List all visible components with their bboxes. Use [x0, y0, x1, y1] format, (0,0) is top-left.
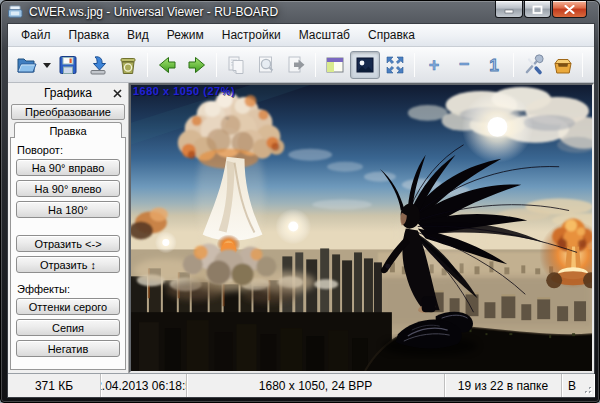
arrow-left-icon — [156, 54, 178, 76]
toolbar-separator — [216, 53, 217, 77]
image-viewer[interactable]: 1680 x 1050 (27%) — [129, 83, 594, 373]
toolbar-separator — [513, 53, 514, 77]
rotate-90-right-button[interactable]: На 90° вправо — [16, 159, 120, 176]
toolbar-separator — [414, 53, 415, 77]
image-view-button[interactable] — [350, 51, 380, 79]
status-file-date: 22.04.2013 06:18:53 — [101, 374, 187, 397]
tools-button[interactable] — [518, 51, 548, 79]
preview-button[interactable] — [251, 51, 281, 79]
app-icon — [8, 5, 23, 19]
effects-label: Эффекты: — [17, 283, 120, 295]
toggle-sidebar-button[interactable] — [320, 51, 350, 79]
doc-arrow-icon — [285, 54, 307, 76]
content-area: Графика Преобразование Правка Поворот: Н… — [8, 83, 594, 373]
status-file-size: 371 КБ — [8, 374, 101, 397]
plus-icon: + — [423, 54, 445, 76]
open-button[interactable] — [11, 51, 41, 79]
open-dropdown-button[interactable] — [41, 51, 53, 79]
menu-file[interactable]: Файл — [12, 25, 60, 45]
maximize-icon — [532, 5, 543, 14]
status-extra-text: В — [568, 379, 576, 393]
copy-icon — [225, 54, 247, 76]
zoom-out-button[interactable]: − — [449, 51, 479, 79]
open-folder-icon — [15, 54, 37, 76]
status-folder-position: 19 из 22 в папке — [445, 374, 562, 397]
move-button[interactable] — [281, 51, 311, 79]
window-controls — [495, 1, 587, 18]
panel-header: Графика — [10, 84, 126, 102]
status-extra: В — [562, 374, 594, 397]
rotate-label: Поворот: — [17, 144, 120, 156]
forward-button[interactable] — [182, 51, 212, 79]
arrow-right-icon — [186, 54, 208, 76]
copy-button[interactable] — [221, 51, 251, 79]
fullscreen-button[interactable] — [380, 51, 410, 79]
menu-edit[interactable]: Правка — [60, 25, 119, 45]
menu-bar: Файл Правка Вид Режим Настройки Масштаб … — [8, 24, 594, 47]
image-icon — [354, 54, 376, 76]
delete-button[interactable] — [113, 51, 143, 79]
menu-view[interactable]: Вид — [118, 25, 158, 45]
toolbar: + − 1 — [8, 47, 594, 83]
menu-mode[interactable]: Режим — [158, 25, 213, 45]
one-to-one-icon: 1 — [483, 54, 505, 76]
svg-text:1: 1 — [489, 56, 498, 75]
box-icon — [552, 54, 574, 76]
toolbar-separator — [147, 53, 148, 77]
minimize-button[interactable] — [495, 1, 523, 18]
tools-icon — [522, 54, 544, 76]
actual-size-button[interactable]: 1 — [479, 51, 509, 79]
tab-edit[interactable]: Правка — [14, 122, 122, 138]
save-icon — [57, 54, 79, 76]
minimize-icon — [504, 5, 514, 14]
recycle-bin-icon — [117, 54, 139, 76]
rotate-90-left-button[interactable]: На 90° влево — [16, 180, 120, 197]
panel-close-button[interactable] — [110, 86, 124, 100]
tab-transform[interactable]: Преобразование — [11, 104, 125, 120]
rotate-180-button[interactable]: На 180° — [16, 201, 120, 218]
svg-text:+: + — [429, 55, 440, 75]
chevron-down-icon — [43, 62, 51, 68]
menu-settings[interactable]: Настройки — [213, 25, 290, 45]
zoom-in-button[interactable]: + — [419, 51, 449, 79]
menu-help[interactable]: Справка — [359, 25, 424, 45]
window-title: CWER.ws.jpg - Universal Viewer - RU-BOAR… — [29, 5, 278, 19]
back-button[interactable] — [152, 51, 182, 79]
save-button[interactable] — [53, 51, 83, 79]
photo — [131, 85, 592, 371]
svg-text:−: − — [459, 54, 470, 74]
resize-grip[interactable] — [581, 383, 593, 395]
sidebar-panel-icon — [324, 54, 346, 76]
panel-title: Графика — [44, 86, 92, 100]
zoom-overlay-label: 1680 x 1050 (27%) — [133, 85, 235, 97]
close-button[interactable] — [552, 1, 587, 18]
window-body: Файл Правка Вид Режим Настройки Масштаб … — [7, 23, 595, 398]
sepia-button[interactable]: Сепия — [16, 319, 120, 336]
close-icon — [564, 5, 575, 14]
fullscreen-icon — [384, 54, 406, 76]
minus-icon: − — [453, 54, 475, 76]
negative-button[interactable]: Негатив — [16, 340, 120, 357]
close-icon — [113, 89, 122, 98]
grayscale-button[interactable]: Оттенки серого — [16, 298, 120, 315]
toolbar-separator — [582, 53, 583, 77]
magnifier-doc-icon — [255, 54, 277, 76]
status-bar: 371 КБ 22.04.2013 06:18:53 1680 x 1050, … — [8, 373, 594, 397]
status-image-info: 1680 x 1050, 24 BPP — [187, 374, 445, 397]
title-bar[interactable]: CWER.ws.jpg - Universal Viewer - RU-BOAR… — [1, 1, 599, 23]
flip-vertical-button[interactable]: Отразить ↕ — [16, 256, 120, 273]
export-button[interactable] — [83, 51, 113, 79]
app-window: CWER.ws.jpg - Universal Viewer - RU-BOAR… — [0, 0, 600, 403]
flip-horizontal-button[interactable]: Отразить <-> — [16, 235, 120, 252]
plugins-button[interactable] — [548, 51, 578, 79]
maximize-button[interactable] — [524, 1, 551, 18]
toolbar-separator — [315, 53, 316, 77]
spacer — [16, 222, 120, 235]
export-icon — [87, 54, 109, 76]
graphics-panel: Графика Преобразование Правка Поворот: Н… — [8, 83, 129, 373]
menu-zoom[interactable]: Масштаб — [290, 25, 359, 45]
edit-tab-content: Поворот: На 90° вправо На 90° влево На 1… — [10, 137, 126, 370]
